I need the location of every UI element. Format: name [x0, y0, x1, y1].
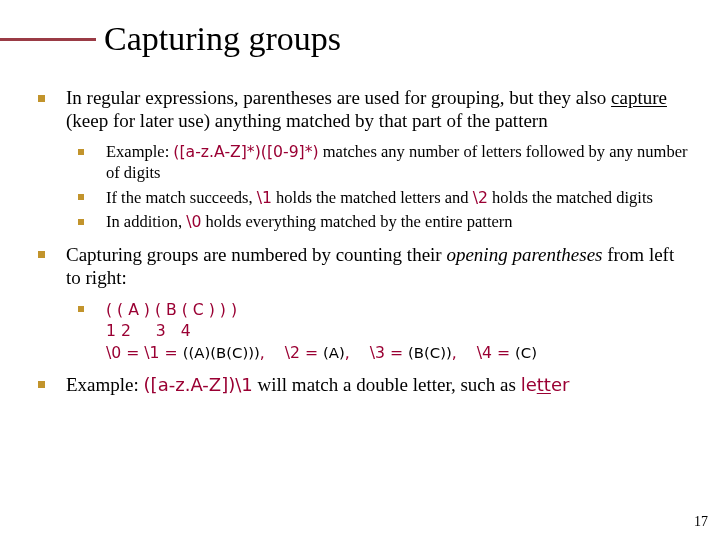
code-line-2: 1 2 3 4: [106, 320, 690, 341]
code-run-black: (A): [323, 344, 345, 362]
bullet-intro: In regular expressions, parentheses are …: [38, 86, 690, 132]
title-block: Capturing groups: [0, 20, 341, 58]
code-run: ([a-z.A-Z]*)([0-9]*): [173, 142, 318, 161]
text-run: Example:: [106, 142, 173, 161]
square-bullet-icon: [38, 251, 45, 258]
code-run: \3 =: [370, 343, 408, 362]
text-run: Capturing groups are numbered by countin…: [66, 244, 446, 265]
code-run-black: (C): [515, 344, 537, 362]
code-line-1: ( ( A ) ( B ( C ) ) ): [106, 299, 690, 320]
slide-body: In regular expressions, parentheses are …: [38, 86, 690, 406]
text-run: If the match succeeds,: [106, 188, 257, 207]
bullet-code-example: ( ( A ) ( B ( C ) ) ) 1 2 3 4 \0 = \1 = …: [78, 299, 690, 362]
code-run: \4 =: [477, 343, 515, 362]
square-bullet-icon: [78, 149, 84, 155]
text-run: will match a double letter, such as: [253, 374, 521, 395]
bullet-numbering: Capturing groups are numbered by countin…: [38, 243, 690, 289]
code-run: ,: [345, 343, 370, 362]
code-run: \1: [257, 188, 272, 207]
code-run: \0: [186, 212, 201, 231]
code-run-black: ((A)(B(C))): [183, 344, 260, 362]
code-run: er: [551, 374, 570, 395]
code-run: le: [521, 374, 537, 395]
code-run: ([a-z.A-Z])\1: [144, 374, 253, 395]
code-line-3: \0 = \1 = ((A)(B(C))), \2 = (A), \3 = (B…: [106, 342, 690, 363]
slide-root: Capturing groups In regular expressions,…: [0, 0, 720, 540]
text-run: In addition,: [106, 212, 186, 231]
square-bullet-icon: [78, 306, 84, 312]
code-run-underline: tt: [537, 374, 551, 395]
bullet-backref-zero: In addition, \0 holds everything matched…: [78, 212, 690, 233]
bullet-match-succeeds: If the match succeeds, \1 holds the matc…: [78, 188, 690, 209]
text-run: holds everything matched by the entire p…: [201, 212, 512, 231]
slide-title: Capturing groups: [104, 20, 341, 58]
code-run: \2 =: [285, 343, 323, 362]
square-bullet-icon: [78, 219, 84, 225]
page-number: 17: [694, 514, 708, 530]
code-run: \2: [473, 188, 488, 207]
text-run-italic: opening parentheses: [446, 244, 602, 265]
text-run: (keep for later use) anything matched by…: [66, 110, 548, 131]
title-accent-line: [0, 38, 96, 41]
bullet-double-letter: Example: ([a-z.A-Z])\1 will match a doub…: [38, 373, 690, 396]
square-bullet-icon: [78, 194, 84, 200]
bullet-example-regex: Example: ([a-z.A-Z]*)([0-9]*) matches an…: [78, 142, 690, 183]
text-run: capture: [611, 87, 667, 108]
code-run: \0 = \1 =: [106, 343, 183, 362]
text-run: holds the matched digits: [488, 188, 653, 207]
square-bullet-icon: [38, 95, 45, 102]
square-bullet-icon: [38, 381, 45, 388]
code-run-black: (B(C)): [408, 344, 452, 362]
code-run: ,: [260, 343, 285, 362]
text-run: Example:: [66, 374, 144, 395]
code-run: ,: [452, 343, 477, 362]
text-run: In regular expressions, parentheses are …: [66, 87, 611, 108]
text-run: holds the matched letters and: [272, 188, 473, 207]
